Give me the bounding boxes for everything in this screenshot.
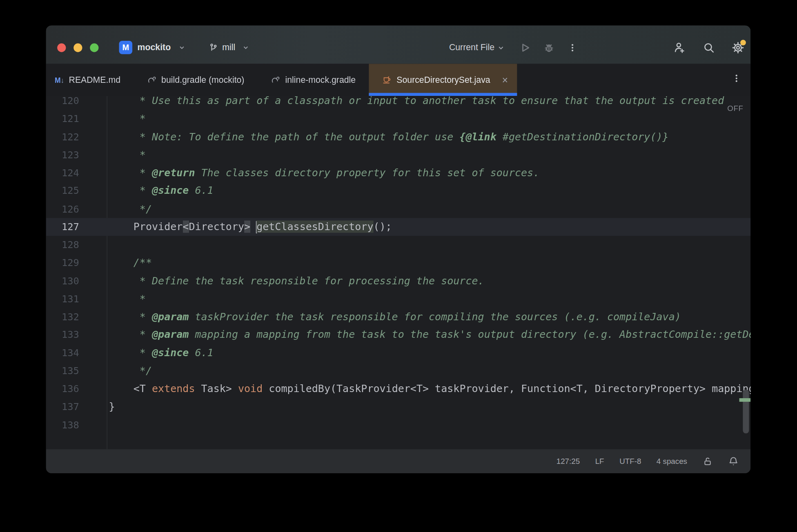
line-number[interactable]: 133 xyxy=(46,326,79,344)
code-text[interactable]: * xyxy=(109,290,146,308)
lock-open-icon[interactable] xyxy=(703,456,713,466)
project-name: mockito xyxy=(138,42,171,53)
code-line-137[interactable]: 137} xyxy=(46,398,751,416)
code-line-126[interactable]: 126 */ xyxy=(46,200,751,218)
code-token: compiledBy(TaskProvider<T> taskProvider,… xyxy=(263,382,750,395)
tab-build-gradle[interactable]: build.gradle (mockito) xyxy=(134,64,258,96)
code-token: @param xyxy=(152,328,189,341)
line-number[interactable]: 129 xyxy=(46,254,79,272)
code-editor[interactable]: 120 * Use this as part of a classpath or… xyxy=(46,96,751,449)
close-tab-icon[interactable]: × xyxy=(502,75,508,85)
tab-sourcedirectoryset-java[interactable]: SourceDirectorySet.java × xyxy=(369,64,517,96)
run-button-icon[interactable] xyxy=(519,41,531,54)
code-line-128[interactable]: 128 xyxy=(46,236,751,254)
tab-label: README.md xyxy=(69,75,120,85)
code-text[interactable]: */ xyxy=(109,362,152,380)
line-number[interactable]: 126 xyxy=(46,200,79,218)
code-line-120[interactable]: 120 * Use this as part of a classpath or… xyxy=(46,96,751,110)
line-number[interactable]: 123 xyxy=(46,146,79,164)
line-number[interactable]: 120 xyxy=(46,96,79,110)
line-number[interactable]: 137 xyxy=(46,398,79,416)
line-number[interactable]: 128 xyxy=(46,236,79,254)
code-token: * Use this as part of a classpath or inp… xyxy=(109,96,724,106)
code-text[interactable]: * Note: To define the path of the output… xyxy=(109,128,669,146)
code-line-131[interactable]: 131 * xyxy=(46,290,751,308)
code-line-125[interactable]: 125 * @since 6.1 xyxy=(46,182,751,200)
line-number[interactable]: 125 xyxy=(46,182,79,200)
vcs-widget[interactable]: mill xyxy=(209,39,250,56)
encoding-widget[interactable]: UTF-8 xyxy=(619,457,641,466)
zoom-window-button[interactable] xyxy=(90,43,98,52)
minimize-window-button[interactable] xyxy=(73,43,82,52)
code-text[interactable]: Provider<Directory> getClassesDirectory(… xyxy=(109,218,392,236)
project-widget[interactable]: M mockito xyxy=(119,39,186,56)
run-configuration-selector[interactable]: Current File xyxy=(449,42,494,53)
code-text[interactable]: * Use this as part of a classpath or inp… xyxy=(109,96,724,110)
line-separator-widget[interactable]: LF xyxy=(595,457,604,466)
code-token: getClassesDirectory xyxy=(256,220,373,233)
line-number[interactable]: 134 xyxy=(46,344,79,362)
settings-notification-dot xyxy=(740,40,746,45)
line-number[interactable]: 138 xyxy=(46,416,79,434)
line-number[interactable]: 121 xyxy=(46,110,79,128)
code-line-133[interactable]: 133 * @param mapping a mapping from the … xyxy=(46,326,751,344)
code-line-132[interactable]: 132 * @param taskProvider the task respo… xyxy=(46,308,751,326)
code-token: * xyxy=(109,293,146,305)
line-number[interactable]: 136 xyxy=(46,380,79,398)
code-line-138[interactable]: 138 xyxy=(46,416,751,434)
code-token: */ xyxy=(109,202,152,215)
caret-position-widget[interactable]: 127:25 xyxy=(557,457,580,466)
code-text[interactable]: * @param mapping a mapping from the task… xyxy=(109,326,751,344)
code-line-121[interactable]: 121 * xyxy=(46,110,751,128)
code-text[interactable]: * @return The classes directory property… xyxy=(109,164,540,182)
code-text[interactable]: * @param taskProvider the task responsib… xyxy=(109,308,681,326)
run-widget: Current File xyxy=(449,39,577,56)
code-line-123[interactable]: 123 * xyxy=(46,146,751,164)
debug-button-icon[interactable] xyxy=(543,41,555,54)
code-line-135[interactable]: 135 */ xyxy=(46,362,751,380)
code-line-124[interactable]: 124 * @return The classes directory prop… xyxy=(46,164,751,182)
code-line-122[interactable]: 122 * Note: To define the path of the ou… xyxy=(46,128,751,146)
branch-name: mill xyxy=(222,42,235,53)
tab-inline-mock-gradle[interactable]: inline-mock.gradle xyxy=(258,64,369,96)
code-token: /** xyxy=(109,256,152,268)
traffic-lights xyxy=(57,39,98,56)
code-text[interactable]: */ xyxy=(109,200,152,218)
code-line-134[interactable]: 134 * @since 6.1 xyxy=(46,344,751,362)
tab-list-kebab-icon[interactable] xyxy=(732,64,741,93)
git-branch-icon xyxy=(209,42,218,52)
code-text[interactable]: * Define the task responsible for proces… xyxy=(109,272,484,290)
code-text[interactable]: * @since 6.1 xyxy=(109,344,214,362)
line-number[interactable]: 131 xyxy=(46,290,79,308)
line-number[interactable]: 122 xyxy=(46,128,79,146)
code-token: <T xyxy=(109,382,152,395)
code-line-130[interactable]: 130 * Define the task responsible for pr… xyxy=(46,272,751,290)
tab-readme-md[interactable]: M↓ README.md xyxy=(46,64,134,96)
code-line-136[interactable]: 136 <T extends Task> void compiledBy(Tas… xyxy=(46,380,751,398)
search-icon[interactable] xyxy=(703,41,715,54)
code-text[interactable]: } xyxy=(109,398,115,416)
code-token: } xyxy=(109,400,115,412)
code-text[interactable]: <T extends Task> void compiledBy(TaskPro… xyxy=(109,380,751,398)
line-number[interactable]: 132 xyxy=(46,308,79,326)
code-line-129[interactable]: 129 /** xyxy=(46,254,751,272)
line-number[interactable]: 130 xyxy=(46,272,79,290)
chevron-down-icon[interactable] xyxy=(496,43,505,52)
settings-gear-icon[interactable] xyxy=(732,41,744,54)
code-with-me-user-add-icon[interactable] xyxy=(673,41,686,54)
code-text[interactable]: /** xyxy=(109,254,152,272)
code-text[interactable]: * xyxy=(109,146,146,164)
line-number[interactable]: 124 xyxy=(46,164,79,182)
close-window-button[interactable] xyxy=(57,43,66,52)
notifications-bell-icon[interactable] xyxy=(728,456,739,466)
chevron-down-icon xyxy=(178,43,186,51)
code-line-127[interactable]: 127 Provider<Directory> getClassesDirect… xyxy=(46,218,751,236)
indent-widget[interactable]: 4 spaces xyxy=(657,457,687,466)
line-number[interactable]: 135 xyxy=(46,362,79,380)
line-number[interactable]: 127 xyxy=(46,218,79,236)
vertical-scrollbar-thumb[interactable] xyxy=(743,390,749,434)
code-token: taskProvider the task responsible for co… xyxy=(189,310,681,323)
code-text[interactable]: * xyxy=(109,110,146,128)
more-actions-kebab-icon[interactable] xyxy=(568,42,577,52)
code-text[interactable]: * @since 6.1 xyxy=(109,182,214,200)
